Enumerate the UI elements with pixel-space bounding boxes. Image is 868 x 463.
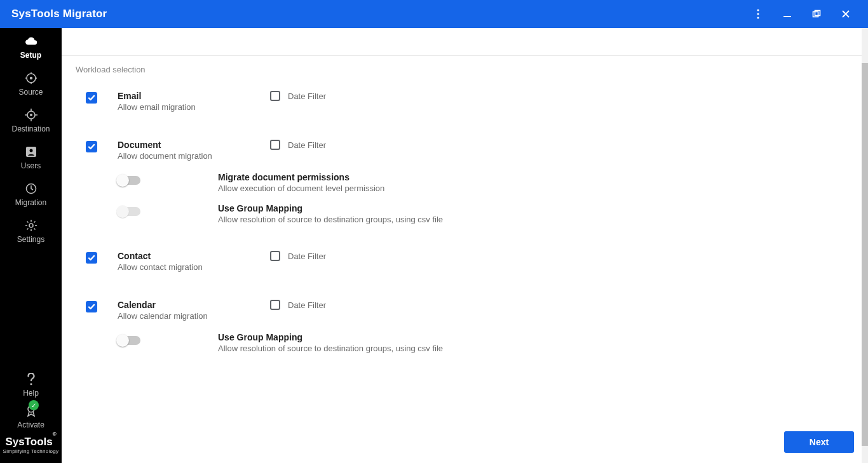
workload-row-calendar: CalendarAllow calendar migrationDate Fil… [62, 291, 862, 327]
scrollbar-thumb[interactable] [862, 63, 868, 446]
scrollbar-track[interactable] [862, 28, 868, 463]
email-checkbox[interactable] [86, 92, 97, 104]
sidebar-spacer [0, 249, 62, 370]
svg-point-11 [29, 149, 32, 152]
calendar-title: Calendar [118, 300, 257, 310]
doc-group-map-subtitle: Allow resolution of source to destinatio… [218, 215, 443, 224]
sidebar-bottom: Help ✓ Activate SysTools® Simplifying Te… [0, 370, 62, 463]
cal-group-map-subtitle: Allow resolution of source to destinatio… [218, 344, 443, 353]
workload-gap [62, 229, 862, 242]
document-subtitle: Allow document migration [118, 151, 257, 161]
sidebar-item-label: Users [21, 161, 41, 170]
sidebar-item-label: Activate [17, 420, 44, 429]
scroll-area: Workload selection EmailAllow email migr… [62, 28, 862, 463]
body-area: Setup Source Destination Users [0, 28, 868, 463]
svg-point-0 [757, 9, 759, 11]
email-date-filter-checkbox[interactable] [270, 91, 280, 101]
calendar-checkbox[interactable] [86, 301, 97, 312]
svg-point-13 [29, 224, 33, 227]
question-icon [24, 372, 38, 386]
sidebar-item-label: Setup [20, 51, 41, 60]
sub-option-doc-perm: Migrate document permissionsAllow execut… [62, 167, 862, 198]
main-content: Workload selection EmailAllow email migr… [62, 28, 868, 463]
section-header-gap [62, 28, 862, 56]
email-date-filter-label: Date Filter [288, 91, 326, 101]
document-checkbox[interactable] [86, 141, 97, 152]
document-title: Document [118, 140, 257, 150]
clock-icon [24, 182, 38, 196]
workload-gap [62, 118, 862, 131]
maximize-button[interactable] [802, 0, 831, 28]
minimize-button[interactable] [773, 0, 802, 28]
brand-name: SysTools® [3, 436, 59, 448]
svg-point-14 [30, 383, 32, 385]
sidebar-item-settings[interactable]: Settings [0, 212, 62, 249]
sidebar-item-setup[interactable]: Setup [0, 28, 62, 65]
doc-group-map-title: Use Group Mapping [218, 203, 443, 213]
account-box-icon [24, 145, 38, 159]
cloud-icon [24, 34, 38, 48]
sidebar-item-destination[interactable]: Destination [0, 102, 62, 138]
doc-perm-title: Migrate document permissions [218, 172, 384, 182]
sidebar-item-label: Source [18, 88, 43, 97]
doc-perm-toggle[interactable] [118, 176, 140, 185]
workload-gap [62, 358, 862, 371]
workload-gap [62, 278, 862, 291]
sub-option-cal-group-map: Use Group MappingAllow resolution of sou… [62, 327, 862, 358]
next-button[interactable]: Next [784, 431, 854, 453]
calendar-date-filter: Date Filter [270, 300, 326, 310]
contact-date-filter-checkbox[interactable] [270, 251, 280, 261]
svg-point-7 [29, 77, 32, 79]
section-title: Workload selection [62, 56, 862, 82]
sidebar-item-label: Migration [15, 198, 46, 207]
calendar-date-filter-label: Date Filter [288, 300, 326, 310]
cal-group-map-title: Use Group Mapping [218, 332, 443, 342]
more-vert-icon[interactable] [743, 0, 773, 28]
doc-perm-toggle-knob [116, 174, 129, 187]
gps-icon [24, 108, 38, 122]
gear-icon [24, 218, 38, 232]
sidebar-item-users[interactable]: Users [0, 138, 62, 175]
contact-date-filter: Date Filter [270, 251, 326, 261]
doc-perm-subtitle: Allow execution of document level permis… [218, 184, 384, 193]
cal-group-map-toggle[interactable] [118, 336, 140, 345]
cal-group-map-toggle-knob [116, 334, 129, 347]
document-date-filter: Date Filter [270, 140, 326, 150]
sidebar-item-activate[interactable]: ✓ Activate [15, 400, 47, 433]
doc-group-map-toggle [118, 207, 140, 216]
sub-option-doc-group-map: Use Group MappingAllow resolution of sou… [62, 198, 862, 229]
svg-point-9 [30, 114, 32, 116]
svg-point-2 [757, 17, 759, 18]
sidebar-item-help[interactable]: Help [20, 370, 41, 400]
contact-date-filter-label: Date Filter [288, 252, 326, 261]
contact-checkbox[interactable] [86, 252, 97, 264]
sidebar-item-label: Settings [17, 235, 44, 244]
sidebar-nav: Setup Source Destination Users [0, 28, 62, 249]
close-button[interactable] [831, 0, 860, 28]
contact-title: Contact [118, 251, 257, 261]
contact-subtitle: Allow contact migration [118, 262, 257, 272]
sidebar-item-source[interactable]: Source [0, 65, 62, 102]
sidebar: Setup Source Destination Users [0, 28, 62, 463]
brand-block: SysTools® Simplifying Technology [1, 433, 62, 459]
email-title: Email [118, 91, 257, 101]
document-date-filter-label: Date Filter [288, 140, 326, 150]
sidebar-item-migration[interactable]: Migration [0, 175, 62, 212]
sidebar-item-label: Help [23, 389, 39, 398]
workload-row-email: EmailAllow email migrationDate Filter [62, 82, 862, 118]
workload-row-contact: ContactAllow contact migrationDate Filte… [62, 242, 862, 278]
svg-rect-3 [783, 16, 791, 17]
brand-tagline: Simplifying Technology [3, 448, 59, 454]
svg-point-1 [757, 13, 759, 15]
target-icon [24, 71, 38, 85]
calendar-date-filter-checkbox[interactable] [270, 300, 280, 310]
sidebar-item-label: Destination [11, 124, 50, 133]
workload-row-document: DocumentAllow document migrationDate Fil… [62, 131, 862, 167]
calendar-subtitle: Allow calendar migration [118, 311, 257, 321]
document-date-filter-checkbox[interactable] [270, 140, 280, 150]
email-subtitle: Allow email migration [118, 102, 257, 112]
app-title: SysTools Migrator [11, 8, 107, 20]
email-date-filter: Date Filter [270, 91, 326, 101]
titlebar: SysTools Migrator [0, 0, 868, 28]
doc-group-map-toggle-knob [116, 205, 129, 218]
